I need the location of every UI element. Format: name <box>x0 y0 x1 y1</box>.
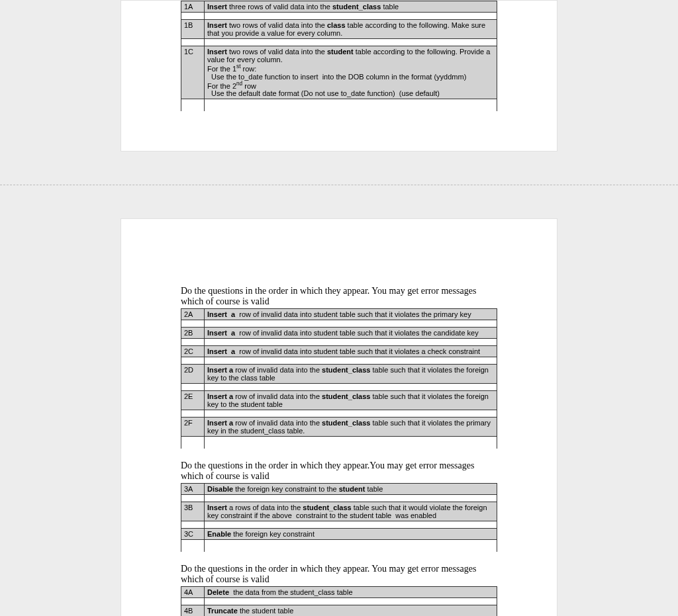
question-description: Insert a row of invalid data into studen… <box>205 328 497 339</box>
table-spacer <box>181 13 497 20</box>
table-spacer <box>181 495 497 502</box>
table-empty-row <box>181 99 497 112</box>
table-section-2: 2AInsert a row of invalid data into stud… <box>181 308 497 449</box>
question-code: 3C <box>181 529 205 540</box>
section-4-intro: Do the questions in the order in which t… <box>181 564 497 585</box>
section-3-intro: Do the questions in the order in which t… <box>181 461 497 482</box>
question-code: 3B <box>181 502 205 521</box>
table-spacer <box>181 410 497 418</box>
question-code: 4A <box>181 587 205 598</box>
question-description: Insert a row of invalid data into studen… <box>205 346 497 357</box>
question-code: 1C <box>181 46 205 99</box>
question-code: 3A <box>181 484 205 495</box>
section-2-intro: Do the questions in the order in which t… <box>181 286 497 307</box>
table-row: 2CInsert a row of invalid data into stud… <box>181 346 497 357</box>
page-1: 1AInsert three rows of valid data into t… <box>121 0 557 152</box>
question-code: 1A <box>181 1 205 13</box>
table-spacer <box>181 598 497 605</box>
table-row: 1AInsert three rows of valid data into t… <box>181 1 497 13</box>
question-description: Insert a row of invalid data into the st… <box>205 365 497 384</box>
question-description: Delete the data from the student_class t… <box>205 587 497 598</box>
question-description: Enable the foreign key constraint <box>205 529 497 540</box>
table-spacer <box>181 320 497 328</box>
question-code: 1B <box>181 20 205 39</box>
question-description: Insert a row of invalid data into the st… <box>205 418 497 437</box>
table-spacer <box>181 39 497 46</box>
table-row: 3ADisable the foreign key constraint to … <box>181 484 497 495</box>
question-description: Insert three rows of valid data into the… <box>205 1 497 13</box>
table-row: 1CInsert two rows of valid data into the… <box>181 46 497 99</box>
table-empty-row <box>181 437 497 449</box>
question-description: Insert a row of invalid data into the st… <box>205 391 497 410</box>
table-row: 4ADelete the data from the student_class… <box>181 587 497 598</box>
question-code: 2B <box>181 328 205 339</box>
question-code: 4B <box>181 605 205 616</box>
table-row: 2BInsert a row of invalid data into stud… <box>181 328 497 339</box>
question-code: 2C <box>181 346 205 357</box>
question-code: 2A <box>181 309 205 320</box>
table-row: 2FInsert a row of invalid data into the … <box>181 418 497 437</box>
table-spacer <box>181 357 497 365</box>
table-row: 2DInsert a row of invalid data into the … <box>181 365 497 384</box>
question-code: 2D <box>181 365 205 384</box>
table-row: 3BInsert a rows of data into the student… <box>181 502 497 521</box>
page-break <box>0 185 678 185</box>
question-description: Insert a row of invalid data into studen… <box>205 309 497 320</box>
question-description: Truncate the student table <box>205 605 497 616</box>
table-row: 2EInsert a row of invalid data into the … <box>181 391 497 410</box>
table-row: 3CEnable the foreign key constraint <box>181 529 497 540</box>
table-row: 4BTruncate the student table <box>181 605 497 616</box>
table-empty-row <box>181 540 497 552</box>
table-section-1: 1AInsert three rows of valid data into t… <box>181 1 497 111</box>
table-spacer <box>181 384 497 391</box>
question-description: Insert two rows of valid data into the c… <box>205 20 497 39</box>
question-code: 2F <box>181 418 205 437</box>
question-description: Insert two rows of valid data into the s… <box>205 46 497 99</box>
table-section-3: 3ADisable the foreign key constraint to … <box>181 483 497 552</box>
page-2: Do the questions in the order in which t… <box>121 218 557 616</box>
table-row: 2AInsert a row of invalid data into stud… <box>181 309 497 320</box>
question-code: 2E <box>181 391 205 410</box>
table-section-4: 4ADelete the data from the student_class… <box>181 586 497 616</box>
table-spacer <box>181 521 497 529</box>
table-row: 1BInsert two rows of valid data into the… <box>181 20 497 39</box>
question-description: Insert a rows of data into the student_c… <box>205 502 497 521</box>
table-spacer <box>181 339 497 346</box>
question-description: Disable the foreign key constraint to th… <box>205 484 497 495</box>
